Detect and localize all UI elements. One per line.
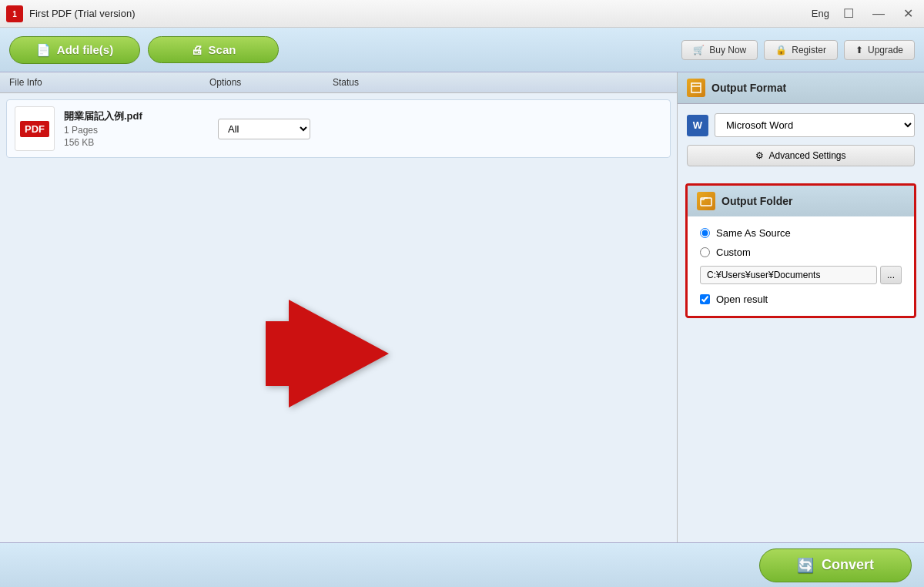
format-select-row: W Microsoft Word — [687, 113, 915, 137]
svg-text:1: 1 — [12, 10, 17, 18]
output-folder-icon — [697, 192, 715, 210]
bottom-bar: 🔄 Convert — [0, 542, 924, 587]
output-folder-body: Same As Source Custom ... Open result — [688, 216, 914, 316]
table-row: PDF 開業届記入例.pdf 1 Pages 156 KB All — [6, 99, 671, 158]
minimize-button[interactable]: — — [868, 6, 889, 22]
right-arrow-icon — [289, 300, 389, 408]
scan-button[interactable]: 🖨 Scan — [148, 36, 279, 63]
advanced-settings-label: Advanced Settings — [768, 150, 845, 161]
output-format-title: Output Format — [711, 82, 786, 94]
output-folder-box: Output Folder Same As Source Custom ... — [685, 183, 916, 318]
open-result-row: Open result — [700, 294, 902, 305]
page-range-select[interactable]: All — [218, 119, 310, 139]
file-name: 開業届記入例.pdf — [64, 109, 218, 123]
app-icon: 1 — [6, 5, 23, 22]
output-format-body: W Microsoft Word ⚙ Advanced Settings — [678, 104, 924, 176]
convert-label: Convert — [822, 557, 874, 573]
toolbar: 📄 Add file(s) 🖨 Scan 🛒 Buy Now 🔒 Registe… — [0, 28, 924, 72]
upgrade-label: Upgrade — [868, 45, 903, 55]
output-format-header: Output Format — [678, 72, 924, 104]
same-as-source-row: Same As Source — [700, 227, 902, 239]
output-format-section: Output Format W Microsoft Word ⚙ Advance… — [678, 72, 924, 176]
file-details: 開業届記入例.pdf 1 Pages 156 KB — [64, 109, 218, 148]
upload-icon: ⬆ — [855, 45, 863, 55]
file-size: 156 KB — [64, 137, 218, 148]
scan-icon: 🖨 — [191, 43, 203, 56]
register-label: Register — [792, 45, 826, 55]
language-label: Eng — [812, 8, 829, 19]
status-header: Status — [323, 77, 677, 88]
lock-icon: 🔒 — [775, 45, 787, 55]
column-headers: File Info Options Status — [0, 72, 677, 93]
file-pages: 1 Pages — [64, 125, 218, 136]
custom-radio[interactable] — [700, 247, 710, 257]
custom-label: Custom — [716, 247, 751, 258]
settings-gear-icon: ⚙ — [755, 150, 764, 161]
same-as-source-radio[interactable] — [700, 228, 710, 238]
add-files-icon: 📄 — [36, 43, 51, 57]
buy-now-label: Buy Now — [709, 45, 746, 55]
buy-now-button[interactable]: 🛒 Buy Now — [681, 40, 758, 60]
word-icon: W — [687, 115, 708, 136]
toolbar-right: 🛒 Buy Now 🔒 Register ⬆ Upgrade — [681, 40, 915, 60]
format-dropdown[interactable]: Microsoft Word — [715, 113, 915, 137]
custom-path-input[interactable] — [700, 266, 877, 284]
upgrade-button[interactable]: ⬆ Upgrade — [844, 40, 915, 60]
open-result-checkbox[interactable] — [700, 294, 710, 304]
custom-row: Custom — [700, 247, 902, 258]
scan-label: Scan — [209, 43, 236, 56]
title-bar: 1 First PDF (Trial version) Eng ☐ — ✕ — [0, 0, 924, 28]
arrow-area — [0, 164, 677, 542]
add-files-label: Add file(s) — [57, 43, 113, 56]
options-column: All — [218, 119, 341, 139]
file-list-area: File Info Options Status PDF 開業届記入例.pdf … — [0, 72, 678, 542]
close-button[interactable]: ✕ — [899, 6, 918, 22]
browse-button[interactable]: ... — [880, 266, 902, 284]
add-files-button[interactable]: 📄 Add file(s) — [9, 36, 140, 64]
pdf-badge: PDF — [20, 121, 49, 137]
open-result-label: Open result — [716, 294, 768, 305]
options-header: Options — [200, 77, 323, 88]
register-button[interactable]: 🔒 Register — [764, 40, 838, 60]
file-info-header: File Info — [0, 77, 200, 88]
output-format-icon — [687, 79, 705, 97]
output-folder-header: Output Folder — [688, 186, 914, 216]
cart-icon: 🛒 — [693, 45, 705, 55]
advanced-settings-button[interactable]: ⚙ Advanced Settings — [687, 145, 915, 166]
svg-rect-2 — [691, 83, 701, 92]
same-as-source-label: Same As Source — [716, 227, 791, 239]
main-area: File Info Options Status PDF 開業届記入例.pdf … — [0, 72, 924, 542]
title-bar-controls: Eng ☐ — ✕ — [812, 6, 918, 22]
custom-path-row: ... — [700, 266, 902, 284]
convert-icon: 🔄 — [797, 557, 814, 574]
output-folder-title: Output Folder — [721, 195, 793, 207]
convert-button[interactable]: 🔄 Convert — [759, 548, 912, 582]
pdf-thumbnail: PDF — [15, 106, 55, 151]
restore-icon[interactable]: ☐ — [839, 6, 859, 22]
right-panel: Output Format W Microsoft Word ⚙ Advance… — [678, 72, 924, 542]
app-title: First PDF (Trial version) — [29, 8, 812, 19]
